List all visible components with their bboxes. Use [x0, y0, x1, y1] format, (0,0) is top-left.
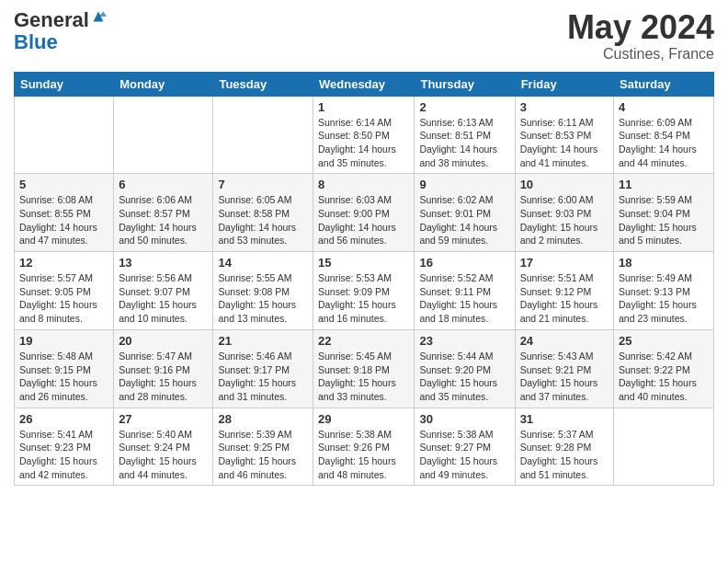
calendar-cell: 8Sunrise: 6:03 AM Sunset: 9:00 PM Daylig… — [313, 174, 415, 252]
calendar-cell: 24Sunrise: 5:43 AM Sunset: 9:21 PM Dayli… — [515, 329, 613, 408]
calendar-cell: 6Sunrise: 6:06 AM Sunset: 8:57 PM Daylig… — [114, 174, 213, 252]
col-sunday: Sunday — [15, 72, 114, 96]
day-number: 18 — [619, 256, 709, 270]
day-number: 19 — [19, 334, 108, 348]
calendar-cell — [614, 408, 714, 486]
day-number: 16 — [419, 256, 509, 270]
day-info: Sunrise: 5:51 AM Sunset: 9:12 PM Dayligh… — [520, 271, 609, 326]
day-number: 4 — [619, 100, 709, 114]
day-info: Sunrise: 5:55 AM Sunset: 9:08 PM Dayligh… — [218, 271, 308, 326]
day-info: Sunrise: 5:53 AM Sunset: 9:09 PM Dayligh… — [318, 271, 409, 326]
day-number: 26 — [19, 412, 108, 426]
day-info: Sunrise: 5:43 AM Sunset: 9:21 PM Dayligh… — [520, 350, 609, 404]
day-number: 5 — [19, 178, 108, 191]
col-saturday: Saturday — [614, 72, 714, 96]
day-number: 9 — [419, 178, 509, 191]
calendar-cell: 21Sunrise: 5:46 AM Sunset: 9:17 PM Dayli… — [213, 329, 313, 408]
calendar-week-5: 26Sunrise: 5:41 AM Sunset: 9:23 PM Dayli… — [15, 408, 714, 486]
day-number: 1 — [318, 100, 409, 114]
calendar-cell — [213, 96, 313, 174]
day-info: Sunrise: 6:00 AM Sunset: 9:03 PM Dayligh… — [520, 193, 609, 247]
logo-icon — [90, 8, 107, 25]
logo: General Blue — [14, 9, 107, 53]
day-number: 14 — [218, 256, 308, 270]
day-info: Sunrise: 5:57 AM Sunset: 9:05 PM Dayligh… — [19, 271, 108, 326]
calendar-cell: 15Sunrise: 5:53 AM Sunset: 9:09 PM Dayli… — [313, 252, 415, 330]
calendar-cell: 5Sunrise: 6:08 AM Sunset: 8:55 PM Daylig… — [15, 174, 114, 252]
calendar-week-3: 12Sunrise: 5:57 AM Sunset: 9:05 PM Dayli… — [15, 252, 714, 330]
calendar-cell: 23Sunrise: 5:44 AM Sunset: 9:20 PM Dayli… — [415, 329, 515, 408]
col-tuesday: Tuesday — [213, 72, 313, 96]
day-number: 20 — [119, 334, 208, 348]
day-info: Sunrise: 5:59 AM Sunset: 9:04 PM Dayligh… — [619, 193, 709, 247]
page: General Blue May 2024 Custines, France S… — [0, 0, 728, 495]
calendar-cell: 14Sunrise: 5:55 AM Sunset: 9:08 PM Dayli… — [213, 252, 313, 330]
day-number: 30 — [419, 412, 509, 426]
calendar-cell: 25Sunrise: 5:42 AM Sunset: 9:22 PM Dayli… — [614, 329, 714, 408]
logo-general: General — [14, 9, 89, 31]
calendar-cell — [114, 96, 213, 174]
day-info: Sunrise: 6:02 AM Sunset: 9:01 PM Dayligh… — [419, 193, 509, 247]
day-info: Sunrise: 6:11 AM Sunset: 8:53 PM Dayligh… — [520, 116, 609, 170]
day-info: Sunrise: 5:46 AM Sunset: 9:17 PM Dayligh… — [218, 350, 308, 404]
day-number: 10 — [520, 178, 609, 191]
calendar-cell: 4Sunrise: 6:09 AM Sunset: 8:54 PM Daylig… — [614, 96, 714, 174]
day-info: Sunrise: 5:38 AM Sunset: 9:27 PM Dayligh… — [419, 428, 509, 482]
col-monday: Monday — [114, 72, 213, 96]
day-info: Sunrise: 5:44 AM Sunset: 9:20 PM Dayligh… — [419, 350, 509, 404]
day-number: 28 — [218, 412, 308, 426]
day-info: Sunrise: 6:06 AM Sunset: 8:57 PM Dayligh… — [119, 193, 208, 247]
day-info: Sunrise: 6:05 AM Sunset: 8:58 PM Dayligh… — [218, 193, 308, 247]
day-number: 12 — [19, 256, 108, 270]
day-info: Sunrise: 5:48 AM Sunset: 9:15 PM Dayligh… — [19, 350, 108, 404]
month-title: May 2024 — [567, 9, 714, 46]
day-info: Sunrise: 5:37 AM Sunset: 9:28 PM Dayligh… — [520, 428, 609, 482]
calendar-cell: 12Sunrise: 5:57 AM Sunset: 9:05 PM Dayli… — [15, 252, 114, 330]
day-info: Sunrise: 5:47 AM Sunset: 9:16 PM Dayligh… — [119, 350, 208, 404]
calendar-cell: 26Sunrise: 5:41 AM Sunset: 9:23 PM Dayli… — [15, 408, 114, 486]
calendar-cell: 30Sunrise: 5:38 AM Sunset: 9:27 PM Dayli… — [415, 408, 515, 486]
day-info: Sunrise: 5:42 AM Sunset: 9:22 PM Dayligh… — [619, 350, 709, 404]
calendar-cell: 2Sunrise: 6:13 AM Sunset: 8:51 PM Daylig… — [415, 96, 515, 174]
calendar-cell: 28Sunrise: 5:39 AM Sunset: 9:25 PM Dayli… — [213, 408, 313, 486]
col-friday: Friday — [515, 72, 613, 96]
day-number: 13 — [119, 256, 208, 270]
day-number: 23 — [419, 334, 509, 348]
calendar: Sunday Monday Tuesday Wednesday Thursday… — [14, 72, 714, 487]
calendar-cell: 9Sunrise: 6:02 AM Sunset: 9:01 PM Daylig… — [415, 174, 515, 252]
day-info: Sunrise: 5:52 AM Sunset: 9:11 PM Dayligh… — [419, 271, 509, 326]
calendar-cell: 19Sunrise: 5:48 AM Sunset: 9:15 PM Dayli… — [15, 329, 114, 408]
calendar-cell: 1Sunrise: 6:14 AM Sunset: 8:50 PM Daylig… — [313, 96, 415, 174]
calendar-cell: 20Sunrise: 5:47 AM Sunset: 9:16 PM Dayli… — [114, 329, 213, 408]
day-info: Sunrise: 5:41 AM Sunset: 9:23 PM Dayligh… — [19, 428, 108, 482]
day-number: 8 — [318, 178, 409, 191]
calendar-week-2: 5Sunrise: 6:08 AM Sunset: 8:55 PM Daylig… — [15, 174, 714, 252]
day-number: 3 — [520, 100, 609, 114]
calendar-cell: 11Sunrise: 5:59 AM Sunset: 9:04 PM Dayli… — [614, 174, 714, 252]
calendar-cell: 17Sunrise: 5:51 AM Sunset: 9:12 PM Dayli… — [515, 252, 613, 330]
day-info: Sunrise: 5:56 AM Sunset: 9:07 PM Dayligh… — [119, 271, 208, 326]
day-number: 17 — [520, 256, 609, 270]
calendar-cell: 22Sunrise: 5:45 AM Sunset: 9:18 PM Dayli… — [313, 329, 415, 408]
day-info: Sunrise: 5:39 AM Sunset: 9:25 PM Dayligh… — [218, 428, 308, 482]
logo-blue: Blue — [14, 30, 58, 53]
day-number: 29 — [318, 412, 409, 426]
day-info: Sunrise: 5:45 AM Sunset: 9:18 PM Dayligh… — [318, 350, 409, 404]
calendar-cell: 29Sunrise: 5:38 AM Sunset: 9:26 PM Dayli… — [313, 408, 415, 486]
calendar-cell: 27Sunrise: 5:40 AM Sunset: 9:24 PM Dayli… — [114, 408, 213, 486]
calendar-cell: 31Sunrise: 5:37 AM Sunset: 9:28 PM Dayli… — [515, 408, 613, 486]
day-number: 22 — [318, 334, 409, 348]
day-number: 15 — [318, 256, 409, 270]
day-info: Sunrise: 6:09 AM Sunset: 8:54 PM Dayligh… — [619, 116, 709, 170]
day-info: Sunrise: 6:14 AM Sunset: 8:50 PM Dayligh… — [318, 116, 409, 170]
day-number: 11 — [619, 178, 709, 191]
day-info: Sunrise: 6:03 AM Sunset: 9:00 PM Dayligh… — [318, 193, 409, 247]
day-number: 2 — [419, 100, 509, 114]
day-number: 6 — [119, 178, 208, 191]
day-number: 27 — [119, 412, 208, 426]
calendar-cell: 7Sunrise: 6:05 AM Sunset: 8:58 PM Daylig… — [213, 174, 313, 252]
day-info: Sunrise: 5:38 AM Sunset: 9:26 PM Dayligh… — [318, 428, 409, 482]
calendar-week-4: 19Sunrise: 5:48 AM Sunset: 9:15 PM Dayli… — [15, 329, 714, 408]
day-number: 21 — [218, 334, 308, 348]
col-wednesday: Wednesday — [313, 72, 415, 96]
